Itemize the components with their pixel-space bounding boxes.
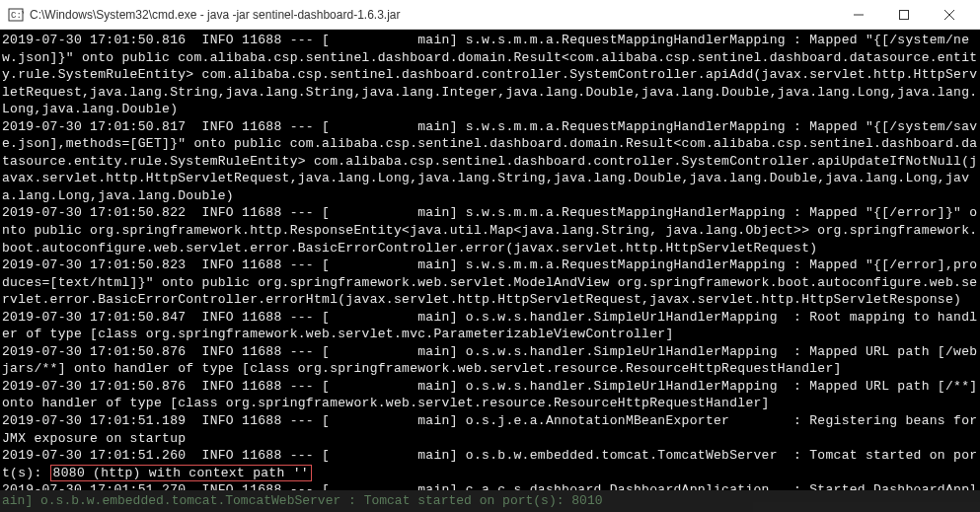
terminal-output[interactable]: 2019-07-30 17:01:50.816 INFO 11688 --- [… (0, 30, 980, 490)
log-line: 2019-07-30 17:01:50.876 INFO 11688 --- [… (2, 378, 978, 412)
log-line: 2019-07-30 17:01:50.847 INFO 11688 --- [… (2, 309, 978, 343)
window-title: C:\Windows\System32\cmd.exe - java -jar … (30, 8, 401, 22)
log-line: 2019-07-30 17:01:50.817 INFO 11688 --- [… (2, 118, 978, 205)
log-line: 2019-07-30 17:01:50.822 INFO 11688 --- [… (2, 204, 978, 256)
log-line: 2019-07-30 17:01:50.823 INFO 11688 --- [… (2, 256, 978, 309)
window-titlebar: C:\ C:\Windows\System32\cmd.exe - java -… (0, 0, 980, 30)
log-line: 2019-07-30 17:01:51.260 INFO 11688 --- [… (2, 447, 978, 481)
maximize-button[interactable] (881, 0, 927, 30)
cmd-icon: C:\ (8, 7, 24, 23)
log-line: 2019-07-30 17:01:50.876 INFO 11688 --- [… (2, 343, 978, 378)
svg-rect-3 (900, 10, 909, 19)
minimize-button[interactable] (836, 0, 881, 30)
window-controls (836, 0, 972, 30)
svg-text:C:\: C:\ (11, 11, 24, 21)
log-line: 2019-07-30 17:01:51.189 INFO 11688 --- [… (2, 412, 978, 447)
background-shadow-text: ain] o.s.b.w.embedded.tomcat.TomcatWebSe… (0, 490, 980, 512)
close-button[interactable] (927, 0, 972, 30)
log-line: 2019-07-30 17:01:51.270 INFO 11688 --- [… (2, 481, 978, 490)
log-line: 2019-07-30 17:01:50.816 INFO 11688 --- [… (2, 32, 978, 118)
highlighted-port: 8080 (http) with context path '' (50, 465, 312, 481)
